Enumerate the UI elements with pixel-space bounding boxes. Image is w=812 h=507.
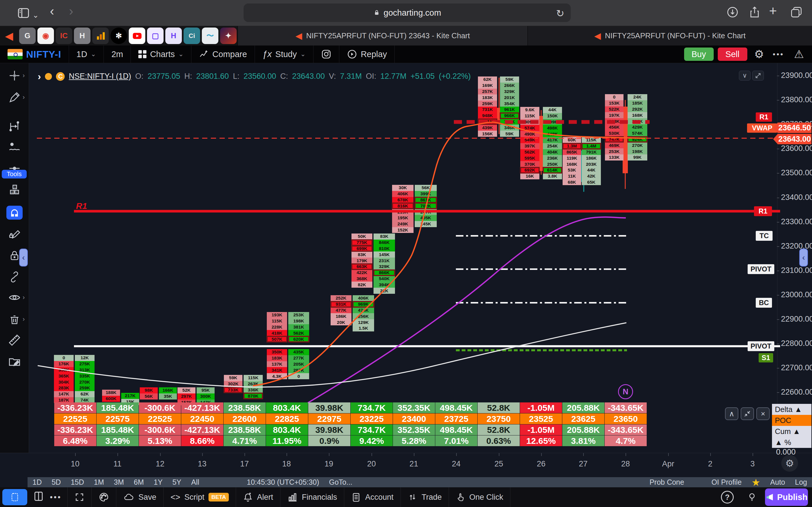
table-cell-poc: 22600 — [223, 413, 266, 424]
warning-icon[interactable]: ⚠ — [794, 48, 804, 61]
layout-split-button[interactable] — [33, 491, 44, 504]
script-button[interactable]: <> Script BETA — [163, 487, 236, 507]
prob-cone-button[interactable]: Prob Cone — [645, 478, 689, 487]
tabs-overview-icon[interactable] — [790, 6, 803, 21]
charts-label: Charts — [150, 50, 174, 59]
instagram-button[interactable] — [313, 46, 339, 63]
theme-palette-button[interactable] — [92, 487, 116, 507]
sell-button[interactable]: Sell — [718, 48, 747, 61]
chevron-down-icon[interactable]: ⌄ — [33, 9, 39, 21]
ruler-tool[interactable] — [6, 333, 22, 347]
auto-button[interactable]: Auto — [765, 478, 790, 487]
chart-expand-button[interactable] — [752, 71, 764, 80]
legend-symbol[interactable]: NSE:NIFTY-I (1D) — [69, 72, 131, 81]
range-5d[interactable]: 5D — [47, 478, 66, 487]
templates-tool[interactable] — [6, 354, 22, 368]
download-icon[interactable] — [726, 6, 739, 21]
favicon-h[interactable]: H — [74, 27, 91, 44]
favicon-purple-frame[interactable]: ▢ — [147, 27, 163, 44]
charts-dropdown[interactable]: Charts ⌄ — [131, 46, 191, 63]
tab-kite-chart-2[interactable]: ◀ NIFTY25APRFUT (NFO-FUT) - Kite Chart — [527, 26, 812, 46]
back-icon[interactable]: ‹ — [50, 5, 54, 17]
range-5y[interactable]: 5Y — [168, 478, 187, 487]
axis-collapse-handle[interactable]: ‹ — [799, 248, 808, 267]
log-button[interactable]: Log — [790, 478, 812, 487]
favicon-wave[interactable]: 〜 — [202, 27, 218, 44]
range-15d[interactable]: 15D — [66, 478, 89, 487]
compare-button[interactable]: Compare — [191, 46, 255, 63]
draw-tool[interactable] — [6, 91, 22, 104]
one-click-button[interactable]: One Click — [449, 487, 510, 507]
favicon-game[interactable]: ✦ — [220, 27, 237, 44]
favicon-ic[interactable]: IC — [56, 27, 72, 44]
footprint-cell: 253K — [288, 312, 309, 318]
range-3m[interactable]: 3M — [109, 478, 129, 487]
range-all[interactable]: All — [186, 478, 204, 487]
chevron-right-icon[interactable]: › — [22, 72, 24, 79]
layout-more-icon[interactable]: ••• — [50, 493, 61, 502]
range-6m[interactable]: 6M — [129, 478, 149, 487]
table-close-button[interactable]: × — [756, 407, 770, 420]
footprint-cell: 358K — [54, 367, 74, 373]
new-tab-icon[interactable]: + — [769, 3, 777, 18]
table-minimize-button[interactable] — [741, 407, 754, 420]
delete-tool[interactable] — [6, 312, 22, 326]
table-collapse-button[interactable]: ∧ — [725, 407, 738, 420]
address-bar[interactable]: gocharting.com ↻ — [244, 3, 571, 22]
goto-button[interactable]: GoTo... — [324, 478, 357, 487]
sidebar-collapse-handle[interactable]: ‹ — [19, 248, 28, 267]
text-annotation-tool[interactable]: ABC — [6, 183, 22, 197]
tab-title: NIFTY25APRFUT (NFO-FUT) - Kite Chart — [605, 31, 746, 40]
link-tool[interactable] — [6, 270, 22, 284]
save-button[interactable]: Save — [116, 487, 163, 507]
more-options-icon[interactable]: ••• — [773, 50, 784, 59]
favicon-openai[interactable]: ✻ — [110, 27, 127, 44]
account-button[interactable]: Account — [344, 487, 401, 507]
reload-icon[interactable]: ↻ — [556, 7, 565, 19]
symbol-selector[interactable]: NIFTY-I — [0, 46, 69, 63]
measure-tool[interactable] — [6, 119, 22, 133]
help-icon[interactable]: ? — [721, 491, 734, 504]
favicon-purple-h[interactable]: H — [165, 27, 182, 44]
study-dropdown[interactable]: ƒx Study ⌄ — [255, 46, 313, 63]
n-marker-badge[interactable]: N — [618, 384, 633, 399]
range-1d[interactable]: 1D — [28, 478, 47, 487]
crosshair-tool[interactable] — [6, 69, 22, 82]
layout-single-button[interactable] — [2, 489, 27, 505]
range-1y[interactable]: 1Y — [149, 478, 168, 487]
share-icon[interactable] — [748, 6, 761, 21]
magnet-tool-active[interactable] — [6, 206, 22, 220]
legend-expand-chevron[interactable]: › — [38, 71, 41, 82]
sidebar-panel-icon[interactable] — [17, 6, 30, 21]
chevron-right-icon[interactable]: › — [22, 94, 24, 101]
draw-lock-tool[interactable] — [6, 227, 22, 241]
favicon-ci[interactable]: Ci — [184, 27, 200, 44]
favicon-g[interactable]: G — [19, 27, 36, 44]
trade-button[interactable]: Trade — [401, 487, 449, 507]
oi-profile-button[interactable]: OI Profile — [706, 478, 747, 487]
ideas-bulb-icon[interactable] — [747, 491, 757, 503]
replay-button[interactable]: Replay — [339, 46, 395, 63]
chevron-right-icon[interactable]: › — [22, 294, 24, 301]
interval-button[interactable]: 2m — [104, 46, 131, 63]
axis-settings-gear-icon[interactable]: ⚙ — [781, 455, 798, 472]
favicon-youtube[interactable] — [129, 27, 145, 44]
legend-collapse-button[interactable]: ∨ — [739, 71, 751, 80]
range-1m[interactable]: 1M — [89, 478, 109, 487]
alert-button[interactable]: Alert — [236, 487, 281, 507]
favicon-red-circle[interactable]: ◉ — [37, 27, 54, 44]
visibility-tool[interactable] — [6, 291, 22, 304]
buy-button[interactable]: Buy — [684, 48, 714, 61]
settings-gear-icon[interactable]: ⚙ — [754, 48, 764, 61]
date-axis[interactable]: 1011121317181920212425262728Apr23 — [0, 453, 812, 477]
patterns-tool[interactable] — [6, 140, 22, 154]
fullscreen-button[interactable] — [67, 487, 92, 507]
star-icon[interactable]: ★ — [747, 476, 765, 488]
publish-button[interactable]: Publish — [765, 489, 808, 506]
favicon-analytics[interactable] — [92, 27, 109, 44]
kite-favicon[interactable]: ◀ — [1, 27, 17, 44]
timeframe-dropdown[interactable]: 1D ⌄ — [69, 46, 104, 63]
chevron-right-icon[interactable]: › — [22, 316, 24, 323]
tab-kite-chart-1[interactable]: ◀ NIFTY25APRFUT (NFO-FUT) 23643 - Kite C… — [238, 26, 527, 46]
financials-button[interactable]: Financials — [281, 487, 345, 507]
